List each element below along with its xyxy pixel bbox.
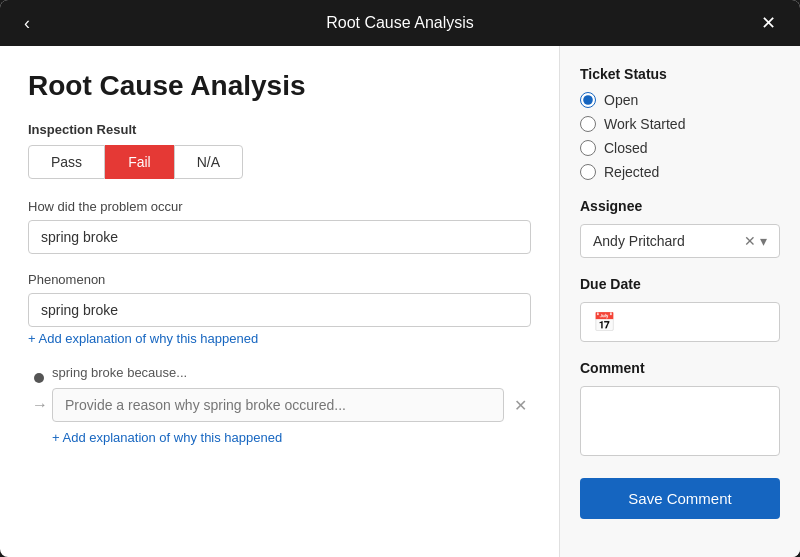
arrow-icon: → — [32, 396, 48, 414]
back-button[interactable]: ‹ — [16, 9, 38, 38]
assignee-label: Assignee — [580, 198, 780, 214]
status-open-radio[interactable] — [580, 92, 596, 108]
status-rejected-radio[interactable] — [580, 164, 596, 180]
fail-button[interactable]: Fail — [105, 145, 174, 179]
assignee-select[interactable]: Andy Pritchard ✕ ▾ — [580, 224, 780, 258]
inspection-result-label: Inspection Result — [28, 122, 531, 137]
assignee-section: Assignee Andy Pritchard ✕ ▾ — [580, 198, 780, 258]
due-date-section: Due Date 📅 — [580, 276, 780, 342]
inspection-buttons: Pass Fail N/A — [28, 145, 531, 179]
modal-header: ‹ Root Cause Analysis ✕ — [0, 0, 800, 46]
ticket-status-section: Ticket Status Open Work Started Closed — [580, 66, 780, 180]
main-panel: Root Cause Analysis Inspection Result Pa… — [0, 46, 560, 557]
page-title: Root Cause Analysis — [28, 70, 531, 102]
because-clear-button[interactable]: ✕ — [510, 392, 531, 419]
phenomenon-section: Phenomenon + Add explanation of why this… — [28, 272, 531, 347]
because-input[interactable] — [52, 388, 504, 422]
status-closed-radio[interactable] — [580, 140, 596, 156]
status-work-started[interactable]: Work Started — [580, 116, 780, 132]
save-comment-button[interactable]: Save Comment — [580, 478, 780, 519]
modal-title: Root Cause Analysis — [326, 14, 474, 32]
inspection-result-section: Inspection Result Pass Fail N/A — [28, 122, 531, 179]
calendar-icon: 📅 — [593, 311, 615, 333]
status-open-label: Open — [604, 92, 638, 108]
pass-button[interactable]: Pass — [28, 145, 105, 179]
because-label: spring broke because... — [52, 365, 531, 380]
add-explanation-link-2[interactable]: + Add explanation of why this happened — [52, 430, 282, 445]
status-work-started-radio[interactable] — [580, 116, 596, 132]
due-date-label: Due Date — [580, 276, 780, 292]
na-button[interactable]: N/A — [174, 145, 243, 179]
status-rejected-label: Rejected — [604, 164, 659, 180]
assignee-clear-icon[interactable]: ✕ — [744, 233, 756, 249]
assignee-value: Andy Pritchard — [593, 233, 685, 249]
status-work-started-label: Work Started — [604, 116, 685, 132]
add-explanation-link-1[interactable]: + Add explanation of why this happened — [28, 331, 258, 346]
close-button[interactable]: ✕ — [753, 8, 784, 38]
phenomenon-input[interactable] — [28, 293, 531, 327]
comment-textarea[interactable] — [580, 386, 780, 456]
due-date-input[interactable]: 📅 — [580, 302, 780, 342]
side-panel: Ticket Status Open Work Started Closed — [560, 46, 800, 557]
problem-occur-section: How did the problem occur — [28, 199, 531, 254]
problem-occur-label: How did the problem occur — [28, 199, 531, 214]
comment-section: Comment — [580, 360, 780, 460]
status-open[interactable]: Open — [580, 92, 780, 108]
status-radio-group: Open Work Started Closed Rejected — [580, 92, 780, 180]
ticket-status-label: Ticket Status — [580, 66, 780, 82]
status-closed-label: Closed — [604, 140, 648, 156]
phenomenon-label: Phenomenon — [28, 272, 531, 287]
problem-occur-input[interactable] — [28, 220, 531, 254]
status-closed[interactable]: Closed — [580, 140, 780, 156]
because-row: → ✕ — [52, 388, 531, 422]
status-rejected[interactable]: Rejected — [580, 164, 780, 180]
assignee-dropdown-icon[interactable]: ▾ — [760, 233, 767, 249]
assignee-controls: ✕ ▾ — [744, 233, 767, 249]
comment-label: Comment — [580, 360, 780, 376]
modal-body: Root Cause Analysis Inspection Result Pa… — [0, 46, 800, 557]
modal-container: ‹ Root Cause Analysis ✕ Root Cause Analy… — [0, 0, 800, 557]
because-section: spring broke because... → ✕ + Add explan… — [28, 365, 531, 446]
